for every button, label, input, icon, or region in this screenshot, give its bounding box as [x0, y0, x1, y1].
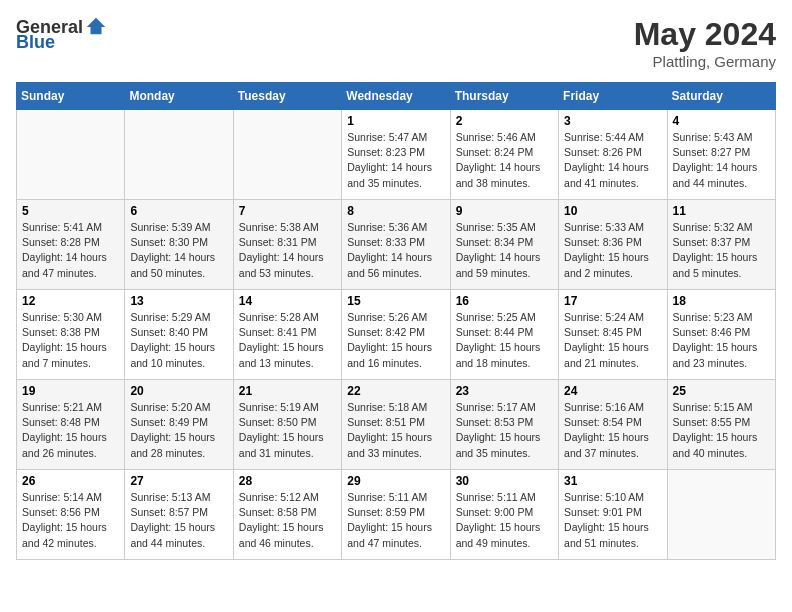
calendar-day-13: 13Sunrise: 5:29 AM Sunset: 8:40 PM Dayli…: [125, 290, 233, 380]
weekday-header-thursday: Thursday: [450, 83, 558, 110]
calendar-table: SundayMondayTuesdayWednesdayThursdayFrid…: [16, 82, 776, 560]
day-info: Sunrise: 5:12 AM Sunset: 8:58 PM Dayligh…: [239, 490, 336, 551]
calendar-day-7: 7Sunrise: 5:38 AM Sunset: 8:31 PM Daylig…: [233, 200, 341, 290]
weekday-header-sunday: Sunday: [17, 83, 125, 110]
calendar-day-19: 19Sunrise: 5:21 AM Sunset: 8:48 PM Dayli…: [17, 380, 125, 470]
day-info: Sunrise: 5:18 AM Sunset: 8:51 PM Dayligh…: [347, 400, 444, 461]
calendar-day-17: 17Sunrise: 5:24 AM Sunset: 8:45 PM Dayli…: [559, 290, 667, 380]
logo: General Blue: [16, 16, 107, 53]
day-number: 27: [130, 474, 227, 488]
calendar-day-16: 16Sunrise: 5:25 AM Sunset: 8:44 PM Dayli…: [450, 290, 558, 380]
logo-blue: Blue: [16, 32, 55, 53]
calendar-day-30: 30Sunrise: 5:11 AM Sunset: 9:00 PM Dayli…: [450, 470, 558, 560]
calendar-empty-cell: [125, 110, 233, 200]
calendar-week-row: 12Sunrise: 5:30 AM Sunset: 8:38 PM Dayli…: [17, 290, 776, 380]
calendar-day-2: 2Sunrise: 5:46 AM Sunset: 8:24 PM Daylig…: [450, 110, 558, 200]
calendar-day-25: 25Sunrise: 5:15 AM Sunset: 8:55 PM Dayli…: [667, 380, 775, 470]
day-number: 21: [239, 384, 336, 398]
calendar-day-11: 11Sunrise: 5:32 AM Sunset: 8:37 PM Dayli…: [667, 200, 775, 290]
calendar-week-row: 5Sunrise: 5:41 AM Sunset: 8:28 PM Daylig…: [17, 200, 776, 290]
day-number: 23: [456, 384, 553, 398]
day-number: 5: [22, 204, 119, 218]
day-number: 28: [239, 474, 336, 488]
day-info: Sunrise: 5:30 AM Sunset: 8:38 PM Dayligh…: [22, 310, 119, 371]
logo-icon: [85, 16, 107, 38]
day-info: Sunrise: 5:28 AM Sunset: 8:41 PM Dayligh…: [239, 310, 336, 371]
calendar-day-23: 23Sunrise: 5:17 AM Sunset: 8:53 PM Dayli…: [450, 380, 558, 470]
day-info: Sunrise: 5:26 AM Sunset: 8:42 PM Dayligh…: [347, 310, 444, 371]
weekday-header-wednesday: Wednesday: [342, 83, 450, 110]
calendar-day-5: 5Sunrise: 5:41 AM Sunset: 8:28 PM Daylig…: [17, 200, 125, 290]
calendar-day-4: 4Sunrise: 5:43 AM Sunset: 8:27 PM Daylig…: [667, 110, 775, 200]
calendar-day-21: 21Sunrise: 5:19 AM Sunset: 8:50 PM Dayli…: [233, 380, 341, 470]
calendar-day-24: 24Sunrise: 5:16 AM Sunset: 8:54 PM Dayli…: [559, 380, 667, 470]
day-info: Sunrise: 5:32 AM Sunset: 8:37 PM Dayligh…: [673, 220, 770, 281]
day-info: Sunrise: 5:19 AM Sunset: 8:50 PM Dayligh…: [239, 400, 336, 461]
day-number: 11: [673, 204, 770, 218]
calendar-day-29: 29Sunrise: 5:11 AM Sunset: 8:59 PM Dayli…: [342, 470, 450, 560]
day-info: Sunrise: 5:38 AM Sunset: 8:31 PM Dayligh…: [239, 220, 336, 281]
day-number: 8: [347, 204, 444, 218]
day-number: 14: [239, 294, 336, 308]
day-info: Sunrise: 5:46 AM Sunset: 8:24 PM Dayligh…: [456, 130, 553, 191]
day-info: Sunrise: 5:36 AM Sunset: 8:33 PM Dayligh…: [347, 220, 444, 281]
day-number: 16: [456, 294, 553, 308]
calendar-day-18: 18Sunrise: 5:23 AM Sunset: 8:46 PM Dayli…: [667, 290, 775, 380]
day-number: 20: [130, 384, 227, 398]
day-info: Sunrise: 5:29 AM Sunset: 8:40 PM Dayligh…: [130, 310, 227, 371]
day-info: Sunrise: 5:11 AM Sunset: 8:59 PM Dayligh…: [347, 490, 444, 551]
calendar-day-3: 3Sunrise: 5:44 AM Sunset: 8:26 PM Daylig…: [559, 110, 667, 200]
day-info: Sunrise: 5:33 AM Sunset: 8:36 PM Dayligh…: [564, 220, 661, 281]
calendar-day-6: 6Sunrise: 5:39 AM Sunset: 8:30 PM Daylig…: [125, 200, 233, 290]
calendar-day-22: 22Sunrise: 5:18 AM Sunset: 8:51 PM Dayli…: [342, 380, 450, 470]
day-info: Sunrise: 5:25 AM Sunset: 8:44 PM Dayligh…: [456, 310, 553, 371]
day-number: 26: [22, 474, 119, 488]
day-number: 18: [673, 294, 770, 308]
weekday-header-row: SundayMondayTuesdayWednesdayThursdayFrid…: [17, 83, 776, 110]
day-number: 4: [673, 114, 770, 128]
day-info: Sunrise: 5:47 AM Sunset: 8:23 PM Dayligh…: [347, 130, 444, 191]
calendar-empty-cell: [17, 110, 125, 200]
day-number: 1: [347, 114, 444, 128]
day-number: 31: [564, 474, 661, 488]
calendar-day-31: 31Sunrise: 5:10 AM Sunset: 9:01 PM Dayli…: [559, 470, 667, 560]
day-info: Sunrise: 5:39 AM Sunset: 8:30 PM Dayligh…: [130, 220, 227, 281]
day-number: 3: [564, 114, 661, 128]
calendar-empty-cell: [233, 110, 341, 200]
day-number: 10: [564, 204, 661, 218]
weekday-header-monday: Monday: [125, 83, 233, 110]
day-number: 24: [564, 384, 661, 398]
day-info: Sunrise: 5:11 AM Sunset: 9:00 PM Dayligh…: [456, 490, 553, 551]
day-number: 7: [239, 204, 336, 218]
day-number: 19: [22, 384, 119, 398]
calendar-week-row: 1Sunrise: 5:47 AM Sunset: 8:23 PM Daylig…: [17, 110, 776, 200]
page-header: General Blue May 2024 Plattling, Germany: [16, 16, 776, 70]
day-number: 29: [347, 474, 444, 488]
day-number: 22: [347, 384, 444, 398]
day-info: Sunrise: 5:41 AM Sunset: 8:28 PM Dayligh…: [22, 220, 119, 281]
day-info: Sunrise: 5:20 AM Sunset: 8:49 PM Dayligh…: [130, 400, 227, 461]
calendar-day-28: 28Sunrise: 5:12 AM Sunset: 8:58 PM Dayli…: [233, 470, 341, 560]
day-number: 15: [347, 294, 444, 308]
day-number: 30: [456, 474, 553, 488]
calendar-day-27: 27Sunrise: 5:13 AM Sunset: 8:57 PM Dayli…: [125, 470, 233, 560]
calendar-day-9: 9Sunrise: 5:35 AM Sunset: 8:34 PM Daylig…: [450, 200, 558, 290]
calendar-day-15: 15Sunrise: 5:26 AM Sunset: 8:42 PM Dayli…: [342, 290, 450, 380]
calendar-week-row: 19Sunrise: 5:21 AM Sunset: 8:48 PM Dayli…: [17, 380, 776, 470]
weekday-header-saturday: Saturday: [667, 83, 775, 110]
day-info: Sunrise: 5:15 AM Sunset: 8:55 PM Dayligh…: [673, 400, 770, 461]
month-year-title: May 2024: [634, 16, 776, 53]
day-info: Sunrise: 5:43 AM Sunset: 8:27 PM Dayligh…: [673, 130, 770, 191]
calendar-day-10: 10Sunrise: 5:33 AM Sunset: 8:36 PM Dayli…: [559, 200, 667, 290]
day-info: Sunrise: 5:44 AM Sunset: 8:26 PM Dayligh…: [564, 130, 661, 191]
day-number: 6: [130, 204, 227, 218]
day-info: Sunrise: 5:16 AM Sunset: 8:54 PM Dayligh…: [564, 400, 661, 461]
day-number: 13: [130, 294, 227, 308]
day-info: Sunrise: 5:21 AM Sunset: 8:48 PM Dayligh…: [22, 400, 119, 461]
day-number: 25: [673, 384, 770, 398]
calendar-week-row: 26Sunrise: 5:14 AM Sunset: 8:56 PM Dayli…: [17, 470, 776, 560]
day-number: 17: [564, 294, 661, 308]
location-subtitle: Plattling, Germany: [634, 53, 776, 70]
day-number: 2: [456, 114, 553, 128]
day-info: Sunrise: 5:10 AM Sunset: 9:01 PM Dayligh…: [564, 490, 661, 551]
